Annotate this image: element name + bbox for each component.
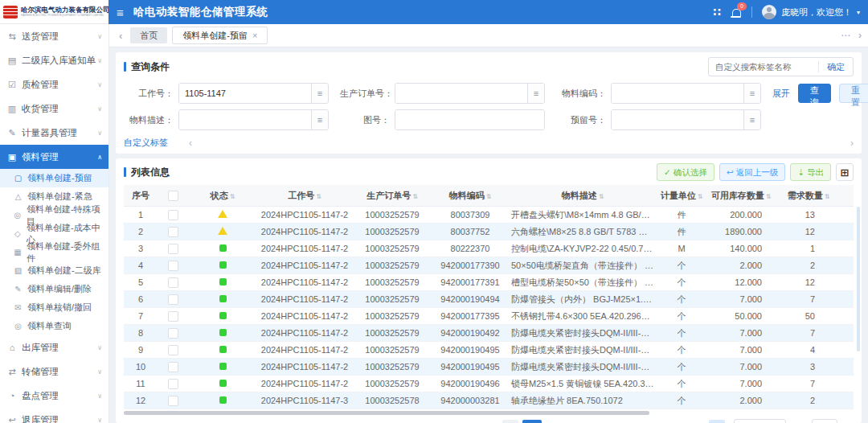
table-row[interactable]: 102024HPC1105-1147-210003252579942000190… <box>124 359 854 376</box>
page-button-6[interactable]: 6 <box>639 420 658 423</box>
table-row[interactable]: 72024HPC1105-1147-2100032525799420001773… <box>124 308 854 325</box>
goto-page-input[interactable] <box>812 419 837 423</box>
row-checkbox[interactable] <box>168 328 178 339</box>
row-checkbox[interactable] <box>168 345 178 355</box>
col-header-status[interactable]: 状态⇅ <box>188 185 257 207</box>
table-row[interactable]: 22024HPC1105-1147-21000325257980037752六角… <box>124 224 854 240</box>
sidebar-item-1[interactable]: ▤二级库入库通知单∨ <box>0 48 108 72</box>
table-row[interactable]: 32024HPC1105-1147-21000325257980222370控制… <box>124 240 854 257</box>
table-row[interactable]: 112024HPC1105-1147-210003252579942000190… <box>124 376 854 392</box>
col-header-code[interactable]: 物料编码⇅ <box>432 185 508 207</box>
row-checkbox[interactable] <box>168 277 178 288</box>
tabs-more-icon[interactable]: ⋯ <box>841 30 850 41</box>
material-desc-input[interactable] <box>179 110 311 129</box>
sidebar-item-11[interactable]: ▧领料单创建-二级库 <box>0 261 108 280</box>
sidebar-item-16[interactable]: ⇄转储管理∨ <box>0 359 108 384</box>
confirm-tag-button[interactable]: 确定 <box>819 61 853 73</box>
sidebar-item-4[interactable]: ✎计量器具管理∨ <box>0 121 108 145</box>
next-page-button[interactable]: › <box>709 420 725 423</box>
tab-requisition-reserve[interactable]: 领料单创建-预留 × <box>172 27 268 44</box>
cell-order-no: 10003252579 <box>352 240 432 257</box>
row-checkbox[interactable] <box>168 396 178 406</box>
page-button-5[interactable]: 5 <box>616 420 635 423</box>
cell-desc: 防爆电缆夹紧密封接头DQM-II/III-D/M2( <box>508 342 657 359</box>
filter-icon[interactable]: ≡ <box>311 110 328 129</box>
col-header-work-no[interactable]: 工作号⇅ <box>257 185 352 207</box>
work-no-input[interactable] <box>179 84 311 103</box>
table-row[interactable]: 62024HPC1105-1147-2100032525799420001904… <box>124 291 854 308</box>
search-button[interactable]: 查询 <box>798 84 831 103</box>
outbound-icon: ⌂ <box>6 343 18 352</box>
col-header-desc[interactable]: 物料描述⇅ <box>508 185 657 207</box>
production-order-input[interactable] <box>395 84 527 103</box>
menu-collapse-icon[interactable]: ≡ <box>117 6 124 19</box>
col-header-unit[interactable]: 计量单位⇅ <box>657 185 706 207</box>
notification-bell-icon[interactable]: 0 <box>731 6 742 18</box>
column-settings-icon[interactable]: ⊞ <box>836 163 854 181</box>
table-row[interactable]: 92024HPC1105-1147-2100032525799420001904… <box>124 342 854 359</box>
page-size-select[interactable]: 200条/页 ▾ <box>734 419 786 423</box>
custom-tag-link[interactable]: 自定义标签 <box>124 137 168 149</box>
tag-left-chevron-icon[interactable]: ‹ <box>189 138 192 149</box>
back-level-button[interactable]: ↩返回上一级 <box>719 163 785 181</box>
row-checkbox[interactable] <box>168 244 178 254</box>
row-checkbox[interactable] <box>168 294 178 305</box>
cell-unit: 个 <box>657 392 706 409</box>
sidebar-item-2[interactable]: ☑质检管理∨ <box>0 72 108 97</box>
row-checkbox[interactable] <box>168 362 178 372</box>
close-icon[interactable]: × <box>252 27 257 43</box>
work-no-label: 工作号： <box>124 88 174 100</box>
sidebar-item-15[interactable]: ⌂出库管理∨ <box>0 335 108 359</box>
col-header-demand[interactable]: 需求数量⇅ <box>776 185 841 207</box>
row-checkbox[interactable] <box>168 261 178 271</box>
sidebar-item-12[interactable]: ✎领料单编辑/删除 <box>0 280 108 298</box>
row-checkbox[interactable] <box>168 379 178 389</box>
export-button[interactable]: ⇣导出 <box>790 163 831 181</box>
filter-icon[interactable]: ≡ <box>743 110 760 129</box>
sidebar-item-18[interactable]: ↩退库管理∨ <box>0 408 108 423</box>
col-header-stock[interactable]: 可用库存数量⇅ <box>706 185 776 207</box>
material-code-input[interactable] <box>612 84 743 103</box>
sidebar-item-3[interactable]: ▥收货管理∨ <box>0 97 108 121</box>
reserve-no-input[interactable] <box>612 110 743 129</box>
table-row[interactable]: 122024HPC1105-1147-310003252578942000003… <box>124 392 854 409</box>
table-row[interactable]: 42024HPC1105-1147-2100032525799420001773… <box>124 257 854 274</box>
table-row[interactable]: 52024HPC1105-1147-2100032525799420001773… <box>124 274 854 291</box>
fullscreen-icon[interactable]: ∷ <box>713 6 721 18</box>
filter-icon[interactable]: ≡ <box>743 84 760 103</box>
reset-button[interactable]: 重置 <box>839 84 868 103</box>
sidebar-item-5[interactable]: ▣领料管理∧ <box>0 145 108 169</box>
table-row[interactable]: 82024HPC1105-1147-2100032525799420001904… <box>124 325 854 342</box>
user-menu[interactable]: 庞晓明，欢迎您！ ▾ <box>762 5 860 19</box>
sidebar-item-13[interactable]: ✉领料单核销/撤回 <box>0 298 108 317</box>
sidebar-item-0[interactable]: ⇆送货管理∨ <box>0 24 108 48</box>
confirm-select-button[interactable]: ✓确认选择 <box>657 163 714 181</box>
page-button-4[interactable]: 4 <box>592 420 612 423</box>
row-checkbox[interactable] <box>168 311 178 322</box>
col-header-order-no[interactable]: 生产订单号⇅ <box>352 185 432 207</box>
sidebar-item-17[interactable]: ◔盘点管理∨ <box>0 384 108 408</box>
sidebar-item-6[interactable]: ▢领料单创建-预留 <box>0 169 108 187</box>
filter-icon[interactable]: ≡ <box>311 84 328 103</box>
col-header-select <box>158 185 188 207</box>
table-row[interactable]: 12024HPC1105-1147-21000325257980037309开槽… <box>124 207 854 224</box>
page-button-12[interactable]: 12 <box>686 420 705 423</box>
tabs-back-chevron-icon[interactable]: ‹ <box>116 30 125 42</box>
page-button-2[interactable]: 2 <box>546 420 565 423</box>
row-checkbox[interactable] <box>168 210 178 220</box>
filter-icon[interactable]: ≡ <box>527 84 544 103</box>
tabs-forward-chevron-icon[interactable]: › <box>858 30 862 41</box>
tab-home[interactable]: 首页 <box>130 27 167 43</box>
row-checkbox[interactable] <box>168 227 178 237</box>
sidebar-item-14[interactable]: ◎领料单查询 <box>0 317 108 335</box>
custom-tag-name-input[interactable] <box>709 62 818 72</box>
page-button-1[interactable]: 1 <box>522 420 542 423</box>
vertical-scrollbar[interactable] <box>857 207 860 351</box>
expand-link[interactable]: 展开 <box>772 88 790 100</box>
tag-right-chevron-icon[interactable]: › <box>850 138 854 149</box>
drawing-no-input[interactable] <box>395 110 544 129</box>
sidebar-item-10[interactable]: ▦领料单创建-委外组件 <box>0 243 108 261</box>
select-all-checkbox[interactable] <box>168 191 178 201</box>
prev-page-button[interactable]: ‹ <box>502 420 518 423</box>
page-button-3[interactable]: 3 <box>569 420 588 423</box>
